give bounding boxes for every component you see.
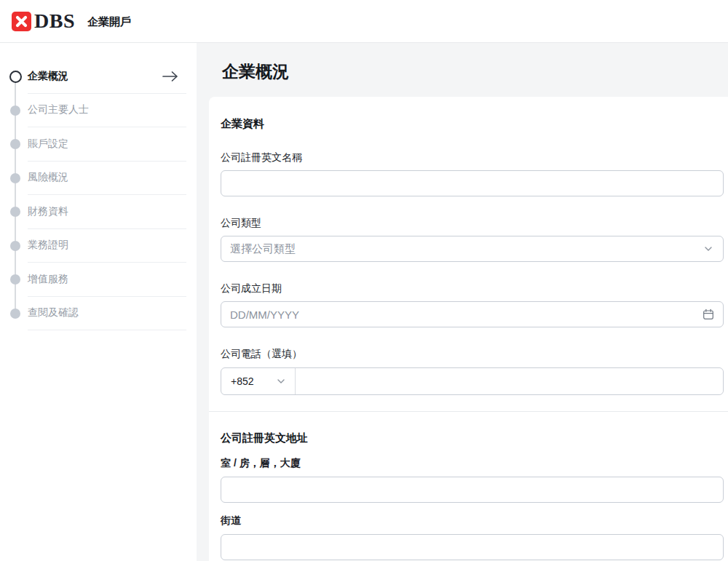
chevron-down-icon <box>704 246 713 252</box>
company-type-label: 公司類型 <box>221 217 724 230</box>
sidebar-step-key-people[interactable]: 公司主要人士 <box>0 94 197 128</box>
sidebar-step-review-confirm[interactable]: 查閱及確認 <box>0 297 197 331</box>
form-card: 企業資料 公司註冊英文名稱 公司類型 選擇公司類型 公司成立日期 <box>209 97 728 561</box>
address-unit-input[interactable] <box>221 477 724 503</box>
app-header: DBS 企業開戶 <box>0 0 728 43</box>
arrow-right-icon <box>162 71 179 82</box>
address-street-label: 街道 <box>221 514 724 528</box>
country-code-value: +852 <box>231 375 254 387</box>
step-indicator <box>10 241 20 251</box>
brand-wordmark: DBS <box>34 9 75 33</box>
step-indicator <box>10 207 20 217</box>
step-label: 增值服務 <box>28 273 68 286</box>
section-divider <box>209 411 728 412</box>
company-type-placeholder: 選擇公司類型 <box>230 242 296 256</box>
calendar-icon[interactable] <box>703 309 714 320</box>
step-label: 查閱及確認 <box>28 306 79 319</box>
chevron-down-icon <box>277 378 285 384</box>
sidebar-step-company-profile[interactable]: 企業概況 <box>0 60 197 94</box>
incorporation-date-label: 公司成立日期 <box>221 282 724 295</box>
main-content: 企業概況 企業資料 公司註冊英文名稱 公司類型 選擇公司類型 公司成立日期 <box>197 43 728 561</box>
field-address-street: 街道 <box>221 514 724 560</box>
address-unit-label: 室 / 房，層，大廈 <box>221 457 724 470</box>
step-list: 企業概況 公司主要人士 賬戶設定 風險概況 財務資料 <box>0 43 197 330</box>
company-type-select[interactable]: 選擇公司類型 <box>221 236 724 262</box>
section-title-company-info: 企業資料 <box>221 117 724 131</box>
step-label: 財務資料 <box>28 205 68 218</box>
sidebar-step-value-added-services[interactable]: 增值服務 <box>0 263 197 297</box>
sidebar-step-financial-info[interactable]: 財務資料 <box>0 195 197 229</box>
step-indicator-active <box>9 71 22 83</box>
sidebar-step-account-setup[interactable]: 賬戶設定 <box>0 127 197 162</box>
step-indicator <box>10 106 20 116</box>
step-label: 公司主要人士 <box>28 103 89 116</box>
field-company-phone: 公司電話（選填） +852 <box>221 348 724 395</box>
company-phone-label: 公司電話（選填） <box>221 348 724 361</box>
step-label: 風險概況 <box>28 171 68 184</box>
step-indicator <box>10 309 20 319</box>
progress-sidebar: 企業概況 公司主要人士 賬戶設定 風險概況 財務資料 <box>0 43 197 561</box>
dbs-cross-icon <box>12 12 31 31</box>
country-code-select[interactable]: +852 <box>221 368 296 394</box>
field-company-type: 公司類型 選擇公司類型 <box>221 217 724 262</box>
field-address-unit: 室 / 房，層，大廈 <box>221 457 724 503</box>
step-label: 企業概況 <box>28 70 68 83</box>
sidebar-step-risk-profile[interactable]: 風險概況 <box>0 162 197 196</box>
step-indicator <box>10 139 20 149</box>
step-indicator <box>10 274 20 285</box>
step-label: 業務證明 <box>28 239 68 252</box>
company-name-input[interactable] <box>221 170 724 196</box>
address-street-input[interactable] <box>221 534 724 560</box>
dbs-logo[interactable]: DBS <box>12 9 75 33</box>
step-indicator <box>10 173 20 183</box>
company-phone-input[interactable] <box>296 368 723 394</box>
app-title: 企業開戶 <box>87 14 131 29</box>
field-incorporation-date: 公司成立日期 <box>221 282 724 327</box>
incorporation-date-input[interactable] <box>221 301 724 327</box>
company-name-label: 公司註冊英文名稱 <box>221 151 724 164</box>
step-label: 賬戶設定 <box>28 138 68 151</box>
field-company-name: 公司註冊英文名稱 <box>221 151 724 196</box>
page-title: 企業概況 <box>222 60 289 83</box>
section-title-registered-address: 公司註冊英文地址 <box>221 431 724 445</box>
sidebar-step-business-proof[interactable]: 業務證明 <box>0 229 197 263</box>
